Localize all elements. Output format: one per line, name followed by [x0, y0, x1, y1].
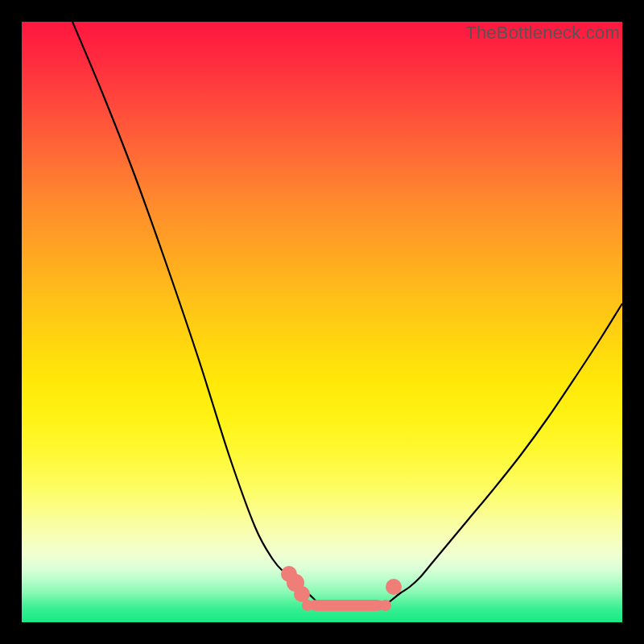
data-marker-dot	[386, 579, 402, 595]
chart-frame: TheBottleneck.com	[0, 0, 644, 644]
data-markers	[281, 566, 402, 611]
data-marker-pill	[308, 600, 386, 611]
right-bottleneck-curve	[384, 303, 622, 606]
left-bottleneck-curve	[72, 22, 321, 606]
data-marker-pill-cap	[380, 600, 391, 611]
curve-layer	[22, 22, 622, 622]
watermark-text: TheBottleneck.com	[465, 23, 620, 43]
data-marker-pill-cap	[302, 600, 313, 611]
